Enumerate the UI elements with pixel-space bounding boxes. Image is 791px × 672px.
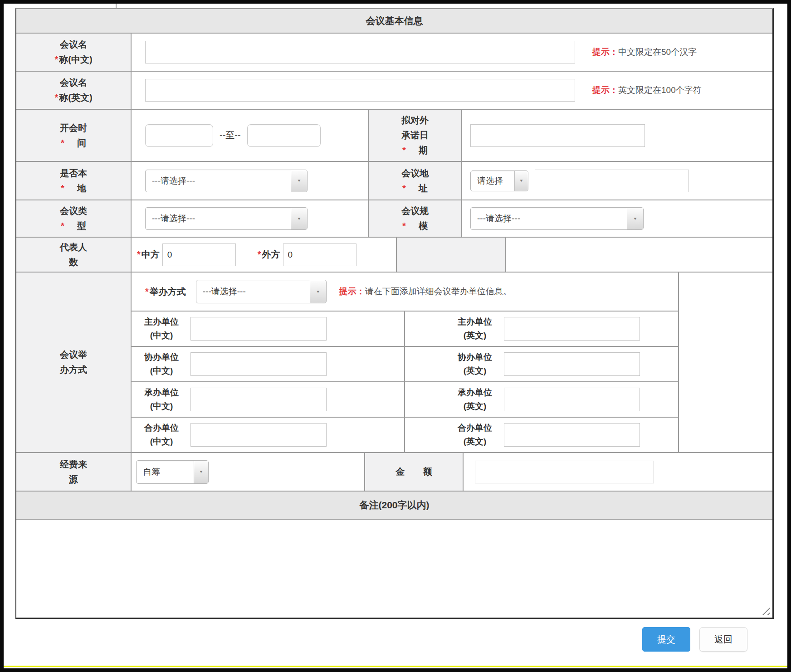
row-is-local: 是否本 *地 ---请选择--- ▼ 会议地 *址 请选择 ▼ (16, 162, 772, 200)
field-label-is-local: 是否本 *地 (16, 162, 132, 200)
empty-content-cell (506, 238, 772, 272)
back-button[interactable]: 返回 (699, 627, 747, 652)
host-section-content: *举办方式 ---请选择--- ▼ 提示：请在下面添加详细会议举办单位信息。 (132, 273, 772, 452)
cell-promise-date (462, 110, 772, 161)
cell-is-local: ---请选择--- ▼ (132, 162, 368, 200)
previous-table-partial-row (15, 4, 774, 8)
cell-delegates: *中方 *外方 (132, 238, 396, 272)
date-range-separator: --至-- (220, 129, 241, 141)
address-region-select[interactable]: 请选择 ▼ (470, 170, 528, 191)
amount-input[interactable] (475, 461, 654, 483)
required-asterisk: * (258, 249, 261, 259)
undertaker-cn-input[interactable] (190, 388, 327, 411)
cell-name-en: 提示：英文限定在100个字符 (132, 72, 772, 109)
unit-label: 合办单位 (英文) (449, 421, 500, 448)
required-asterisk: * (54, 52, 58, 67)
row-name-cn: 会议名 *称(中文) 提示：中文限定在50个汉字 (16, 34, 772, 72)
dropdown-button[interactable]: ▼ (514, 171, 528, 191)
dropdown-button[interactable]: ▼ (310, 280, 326, 303)
delegates-foreign-input[interactable] (283, 243, 356, 266)
unit-label: 主办单位 (中文) (136, 315, 187, 342)
unit-joint-organizer-cn: 合办单位 (中文) (132, 418, 404, 452)
unit-row-organizer: 主办单位 (中文) 主办单位 (英文) (132, 312, 678, 347)
dropdown-button[interactable]: ▼ (194, 461, 208, 483)
unit-label: 协办单位 (中文) (136, 351, 187, 378)
unit-joint-organizer-en: 合办单位 (英文) (404, 418, 677, 452)
unit-undertaker-cn: 承办单位 (中文) (132, 382, 404, 417)
field-label-address: 会议地 *址 (368, 162, 462, 200)
chevron-down-icon: ▼ (633, 217, 638, 221)
row-funding: 经费来 源 自筹 ▼ 金 额 (16, 453, 772, 492)
name-cn-input[interactable] (145, 41, 575, 63)
field-label-amount: 金 额 (364, 453, 464, 491)
bottom-highlight-line (4, 666, 787, 667)
unit-label: 主办单位 (英文) (449, 315, 500, 342)
row-name-en: 会议名 *称(英文) 提示：英文限定在100个字符 (16, 72, 772, 110)
meeting-info-table: 会议基本信息 会议名 *称(中文) 提示：中文限定在50个汉字 会议名 (15, 8, 774, 619)
host-units-table: 主办单位 (中文) 主办单位 (英文) (132, 312, 679, 452)
end-date-input[interactable] (247, 124, 321, 147)
dropdown-button[interactable]: ▼ (291, 170, 307, 192)
host-mode-select[interactable]: ---请选择--- ▼ (196, 280, 327, 303)
unit-row-co-organizer: 协办单位 (中文) 协办单位 (英文) (132, 347, 678, 382)
co-organizer-cn-input[interactable] (190, 352, 327, 376)
field-label-funding: 经费来 源 (16, 453, 132, 491)
promise-date-input[interactable] (470, 124, 645, 147)
chevron-down-icon: ▼ (297, 217, 302, 221)
cell-meeting-type: ---请选择--- ▼ (132, 200, 368, 237)
dropdown-button[interactable]: ▼ (291, 208, 307, 229)
delegates-cn-input[interactable] (162, 243, 236, 266)
empty-label-cell (396, 238, 506, 272)
required-asterisk: * (61, 219, 64, 234)
field-label-meeting-type: 会议类 *型 (16, 200, 132, 237)
cell-address: 请选择 ▼ (462, 162, 772, 200)
meeting-type-select[interactable]: ---请选择--- ▼ (145, 207, 308, 230)
required-asterisk: * (402, 181, 406, 196)
action-bar: 提交 返回 (15, 627, 774, 652)
field-label-meeting-time: 开会时 *间 (16, 110, 132, 161)
undertaker-en-input[interactable] (504, 388, 640, 411)
co-organizer-en-input[interactable] (504, 352, 640, 376)
chevron-down-icon: ▼ (199, 470, 204, 474)
required-asterisk: * (402, 219, 406, 234)
screenshot-frame: 会议基本信息 会议名 *称(中文) 提示：中文限定在50个汉字 会议名 (0, 0, 791, 672)
cell-name-cn: 提示：中文限定在50个汉字 (132, 34, 772, 71)
table-title-text: 会议基本信息 (366, 15, 423, 27)
unit-row-undertaker: 承办单位 (中文) 承办单位 (英文) (132, 382, 678, 418)
field-label-name-cn: 会议名 *称(中文) (16, 34, 132, 71)
host-mode-hint: 提示：请在下面添加详细会议举办单位信息。 (339, 286, 512, 297)
is-local-select[interactable]: ---请选择--- ▼ (145, 170, 308, 192)
field-label-meeting-scale: 会议规 *模 (368, 200, 462, 237)
required-asterisk: * (61, 136, 64, 151)
start-date-input[interactable] (145, 124, 213, 147)
address-input[interactable] (535, 170, 689, 192)
funding-select[interactable]: 自筹 ▼ (136, 460, 209, 484)
organizer-cn-input[interactable] (190, 317, 327, 341)
row-meeting-type: 会议类 *型 ---请选择--- ▼ 会议规 *模 ---请选择--- (16, 200, 772, 238)
row-delegates: 代表人 数 *中方 *外方 (16, 238, 772, 273)
unit-co-organizer-cn: 协办单位 (中文) (132, 347, 404, 381)
unit-label: 承办单位 (英文) (449, 386, 500, 413)
chevron-down-icon: ▼ (297, 179, 302, 183)
joint-organizer-cn-input[interactable] (190, 423, 327, 447)
dropdown-button[interactable]: ▼ (627, 208, 643, 229)
joint-organizer-en-input[interactable] (504, 423, 640, 447)
field-label-host-section: 会议举 办方式 (16, 273, 132, 452)
required-asterisk: * (61, 181, 64, 196)
unit-row-joint-organizer: 合办单位 (中文) 合办单位 (英文) (132, 418, 678, 452)
meeting-scale-select[interactable]: ---请选择--- ▼ (470, 207, 644, 230)
unit-label: 协办单位 (英文) (449, 351, 500, 378)
organizer-en-input[interactable] (504, 317, 640, 341)
field-label-name-en: 会议名 *称(英文) (16, 72, 132, 109)
name-en-hint: 提示：英文限定在100个字符 (592, 84, 702, 96)
unit-label: 承办单位 (中文) (136, 386, 187, 413)
unit-undertaker-en: 承办单位 (英文) (404, 382, 677, 417)
name-en-input[interactable] (145, 79, 575, 102)
unit-label: 合办单位 (中文) (136, 421, 187, 448)
submit-button[interactable]: 提交 (642, 627, 690, 652)
remark-textarea[interactable] (16, 520, 772, 618)
field-label-delegates: 代表人 数 (16, 238, 132, 272)
host-mode-row: *举办方式 ---请选择--- ▼ 提示：请在下面添加详细会议举办单位信息。 (132, 273, 679, 312)
required-asterisk: * (145, 287, 149, 297)
partial-gridline (116, 4, 117, 8)
